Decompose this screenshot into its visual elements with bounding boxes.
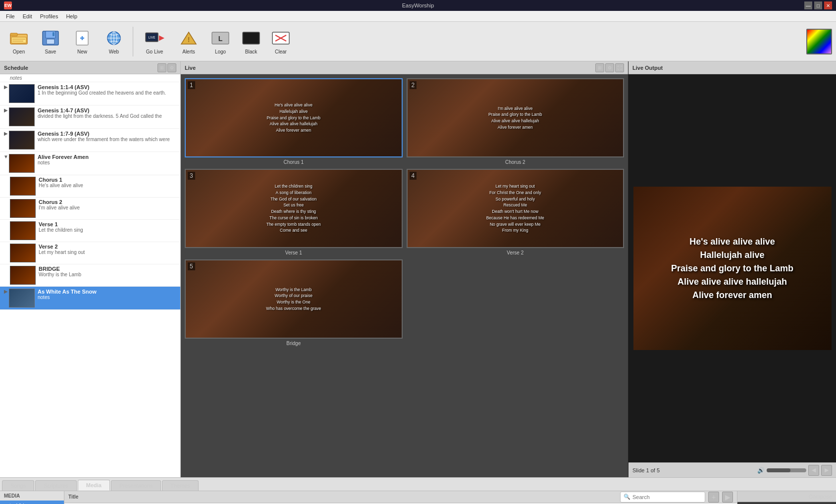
slide-label-4: Verse 2 [407,250,625,255]
open-icon [9,28,29,48]
media-title: MEDIA [0,491,64,501]
svg-rect-24 [243,32,260,44]
tab-themes[interactable]: Themes [162,480,199,491]
menu-file[interactable]: File [2,12,19,20]
schedule-sub-bridge[interactable]: BRIDGE Worthy is the Lamb [0,264,180,287]
slide-text-1: He's alive alive aliveHallelujah alivePr… [263,99,323,137]
videos-icon: ▶ [10,502,14,504]
verse2-label: Verse 2 [39,244,177,250]
next-slide-button[interactable]: ▶ [821,465,832,476]
minimize-button[interactable]: — [804,1,812,9]
slide-bg-1: He's alive alive aliveHallelujah alivePr… [186,79,402,156]
compose-inner [737,502,836,504]
sched-thumb-chorus2 [10,199,36,218]
sched-info-bridge: BRIDGE Worthy is the Lamb [39,266,177,277]
schedule-sub-verse1[interactable]: Verse 1 Let the children sing [0,220,180,242]
go-live-button[interactable]: LIVE Go Live [137,25,172,58]
slide-cell-1: He's alive alive aliveHallelujah alivePr… [185,78,403,165]
schedule-list: notes ▶ Genesis 1:1-4 (ASV) 1 In the beg… [0,74,180,477]
sched-title-genesis3: Genesis 1:7-9 (ASV) [38,131,177,137]
new-label: New [77,49,87,54]
maximize-button[interactable]: □ [814,1,822,9]
slide-thumb-4[interactable]: Let my heart sing outFor Christ the One … [407,169,625,248]
schedule-item-snow[interactable]: ▶ As White As The Snow notes [0,287,180,310]
live-expand-btn[interactable]: ⛶ [615,63,624,72]
lo-preview-inner: He's alive alive aliveHallelujah alivePr… [633,187,832,350]
menu-edit[interactable]: Edit [19,12,36,20]
slide-thumb-2[interactable]: I'm alive alive alivePraise and glory to… [407,78,625,157]
prev-slide-button[interactable]: ◀ [808,465,819,476]
black-button[interactable]: Black [237,25,265,58]
app-icon: EW [4,1,12,9]
expand-media-button[interactable]: ▶ [722,492,733,503]
title-bar: EW EasyWorship — □ ✕ [0,0,836,11]
sched-sub-snow: notes [38,295,177,300]
schedule-item-genesis1[interactable]: ▶ Genesis 1:1-4 (ASV) 1 In the beginning… [0,82,180,105]
media-grid-area: Title 🔍 + ▶ fp_blue fa... fp_blue g... f… [64,491,737,504]
svg-text:L: L [218,35,223,43]
media-grid-header: Title 🔍 + ▶ [64,491,737,503]
verse2-text: Let my heart sing out [39,250,177,255]
sched-sub-genesis1: 1 In the beginning God created the heave… [38,90,177,96]
new-icon [72,28,92,48]
web-label: Web [109,49,119,54]
svg-marker-19 [159,36,164,41]
add-media-button[interactable]: + [708,492,719,503]
slide-thumb-3[interactable]: Let the children singA song of liberatio… [185,169,403,248]
media-item-videos[interactable]: ▶ Videos [0,501,64,504]
tab-songs[interactable]: Songs [2,480,34,491]
clear-icon [271,28,291,48]
search-input[interactable] [632,494,702,500]
chorus2-label: Chorus 2 [39,199,177,205]
search-icon: 🔍 [624,494,630,500]
sched-title-genesis1: Genesis 1:1-4 (ASV) [38,84,177,90]
slide-text-3: Let the children singA song of liberatio… [263,180,324,237]
bridge-label: BRIDGE [39,266,177,272]
media-sidebar: MEDIA ▶ Videos 🖼 Images 📡 Feeds 💿 DVD 🎵 … [0,491,64,504]
close-button[interactable]: ✕ [824,1,832,9]
open-button[interactable]: Open [4,25,34,58]
sched-info-genesis2: Genesis 1:4-7 (ASV) divided the light fr… [38,107,177,119]
bottom-tabs: Songs Scriptures Media Presentations The… [0,477,836,491]
search-box: 🔍 [620,492,705,503]
slide-bg-3: Let the children singA song of liberatio… [186,170,402,247]
menu-help[interactable]: Help [62,12,81,20]
schedule-sub-chorus2[interactable]: Chorus 2 I'm alive alive alive [0,198,180,220]
web-button[interactable]: Web [99,25,129,58]
sched-info-verse1: Verse 1 Let the children sing [39,221,177,233]
new-button[interactable]: New [67,25,97,58]
slide-label-2: Chorus 2 [407,159,625,165]
arrow-icon: ▶ [3,84,9,90]
schedule-sub-verse2[interactable]: Verse 2 Let my heart sing out [0,242,180,264]
clear-button[interactable]: Clear [267,25,295,58]
volume-slider[interactable] [767,468,806,472]
schedule-item-genesis2[interactable]: ▶ Genesis 1:4-7 (ASV) divided the light … [0,105,180,129]
tab-presentations[interactable]: Presentations [111,480,161,491]
slide-thumb-1[interactable]: He's alive alive aliveHallelujah alivePr… [185,78,403,157]
menu-profiles[interactable]: Profiles [36,12,62,20]
toolbar: Open Save New [0,22,836,61]
tab-media[interactable]: Media [78,480,110,491]
go-live-label: Go Live [146,49,163,54]
save-button[interactable]: Save [36,25,65,58]
schedule-item-alive[interactable]: ▼ Alive Forever Amen notes [0,152,180,175]
lo-header: Live Output [628,61,836,74]
black-label: Black [245,49,257,54]
alerts-button[interactable]: ! Alerts [174,25,204,58]
schedule-grid-btn[interactable]: ⊞ [157,63,166,72]
schedule-item-genesis3[interactable]: ▶ Genesis 1:7-9 (ASV) which were under t… [0,129,180,152]
slide-thumb-5[interactable]: Worthy is the LambWorthy of our praiseWo… [185,259,403,339]
color-picker[interactable] [806,29,832,54]
tab-scriptures[interactable]: Scriptures [35,480,77,491]
live-grid-btn[interactable]: ⊞ [595,63,604,72]
logo-icon: L [210,28,230,48]
logo-button[interactable]: L Logo [206,25,235,58]
sched-thumb-genesis1 [9,84,35,103]
lo-title: Live Output [632,65,663,71]
open-label: Open [13,49,25,54]
slide-text-4: Let my heart sing outFor Christ the One … [483,180,547,237]
sched-thumb-chorus1 [10,177,36,196]
live-settings-btn[interactable]: ⚙ [605,63,614,72]
schedule-sub-chorus1[interactable]: Chorus 1 He's alive alive alive [0,175,180,198]
schedule-settings-btn[interactable]: ⚙ [167,63,176,72]
